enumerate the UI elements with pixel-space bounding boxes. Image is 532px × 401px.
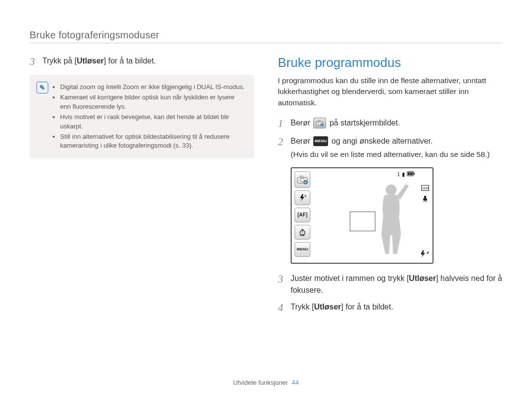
note-item: Kameraet vil korrigere bilder optisk kun… xyxy=(60,93,245,112)
shot-counter: 1 xyxy=(397,171,400,177)
text-fragment: Trykk på xyxy=(42,57,74,65)
svg-rect-13 xyxy=(301,229,303,229)
svg-rect-18 xyxy=(410,172,411,175)
section-intro: I programmodus kan du stille inn de fles… xyxy=(278,75,502,108)
breadcrumb: Bruke fotograferingsmoduser xyxy=(30,30,502,41)
text-fragment: og angi ønskede alternativer. xyxy=(332,137,432,145)
step-text: Trykk [Utløser] for å ta bildet. xyxy=(291,301,502,313)
left-column: 3 Trykk på [Utløser] for å ta bildet. ✎ … xyxy=(30,55,254,319)
note-list: Digital zoom og Intelli Zoom er ikke til… xyxy=(53,82,245,152)
shutter-key: Utløser xyxy=(409,274,436,282)
footer-section: Utvidete funksjoner xyxy=(233,379,288,386)
battery-icon xyxy=(407,171,415,177)
page-number: 44 xyxy=(292,379,299,386)
note-item: Still inn alternativet for optisk bildes… xyxy=(60,132,245,151)
note-box: ✎ Digital zoom og Intelli Zoom er ikke t… xyxy=(30,75,254,158)
step-text: Juster motivet i rammen og trykk [Utløse… xyxy=(291,273,502,296)
shutter-key: Utløser xyxy=(314,303,341,311)
step-number: 3 xyxy=(30,55,42,68)
svg-rect-19 xyxy=(411,172,413,175)
text-fragment: for å ta bildet. xyxy=(343,303,393,311)
resolution-icon: 12M xyxy=(421,184,430,192)
svg-point-2 xyxy=(319,122,322,125)
right-step-3: 3 Juster motivet i rammen og trykk [Utlø… xyxy=(278,273,502,296)
svg-rect-16 xyxy=(414,173,415,175)
text-fragment: for å ta bildet. xyxy=(106,57,156,65)
svg-text:A: A xyxy=(426,251,429,254)
svg-text:OIS: OIS xyxy=(423,200,428,202)
svg-text:P: P xyxy=(305,181,307,184)
step-text: Berør MENU og angi ønskede alternativer. xyxy=(291,135,502,147)
flash-button-icon: A xyxy=(295,190,310,205)
subject-silhouette xyxy=(370,180,413,261)
camera-screen-figure: P A [AF] OFF MENU 1 ▮ xyxy=(291,167,433,264)
menu-icon: MENU xyxy=(313,136,328,146)
page-footer: Utvidete funksjoner 44 xyxy=(0,379,532,386)
svg-rect-6 xyxy=(300,176,303,178)
right-column: Bruke programmodus I programmodus kan du… xyxy=(278,55,502,319)
svg-rect-17 xyxy=(408,172,409,175)
step-number: 1 xyxy=(278,117,291,130)
mode-button-icon: P xyxy=(295,171,310,188)
svg-rect-1 xyxy=(318,121,320,122)
af-button-icon: [AF] xyxy=(295,208,310,222)
text-fragment: Berør xyxy=(291,119,312,127)
text-fragment: Juster motivet i rammen og trykk xyxy=(291,274,407,282)
step-number: 4 xyxy=(278,301,291,314)
svg-text:P: P xyxy=(322,124,323,126)
card-icon: ▮ xyxy=(402,171,405,178)
text-fragment: på startskjermbildet. xyxy=(330,119,400,127)
step-number: 2 xyxy=(278,135,291,148)
program-mode-icon: P xyxy=(313,118,326,128)
shutter-key: Utløser xyxy=(77,57,104,65)
svg-text:12M: 12M xyxy=(422,186,429,190)
stabilizer-icon: OIS xyxy=(421,194,430,202)
menu-button-icon: MENU xyxy=(295,242,310,257)
text-fragment: Berør xyxy=(291,137,312,145)
step-text: Trykk på [Utløser] for å ta bildet. xyxy=(42,55,254,67)
step-2-sub: (Hvis du vil se en liste med alternative… xyxy=(291,149,502,160)
step-text: Berør P på startskjermbildet. xyxy=(291,117,502,129)
right-step-2: 2 Berør MENU og angi ønskede alternative… xyxy=(278,135,502,148)
flash-status-icon: A xyxy=(420,250,429,259)
svg-point-23 xyxy=(386,185,397,195)
text-fragment: Trykk xyxy=(291,303,312,311)
svg-point-7 xyxy=(300,178,304,182)
note-item: Hvis motivet er i rask bevegelse, kan de… xyxy=(60,113,245,131)
note-icon: ✎ xyxy=(36,82,48,93)
divider xyxy=(30,43,502,43)
right-step-4: 4 Trykk [Utløser] for å ta bildet. xyxy=(278,301,502,314)
step-number: 3 xyxy=(278,273,291,285)
svg-text:A: A xyxy=(304,194,306,197)
right-step-1: 1 Berør P på startskjermbildet. xyxy=(278,117,502,130)
left-step-3: 3 Trykk på [Utløser] for å ta bildet. xyxy=(30,55,254,68)
timer-button-icon: OFF xyxy=(295,225,310,240)
section-title: Bruke programmodus xyxy=(278,55,502,70)
svg-text:OFF: OFF xyxy=(300,234,305,236)
top-status: 1 ▮ xyxy=(397,171,415,178)
note-item: Digital zoom og Intelli Zoom er ikke til… xyxy=(60,83,245,92)
